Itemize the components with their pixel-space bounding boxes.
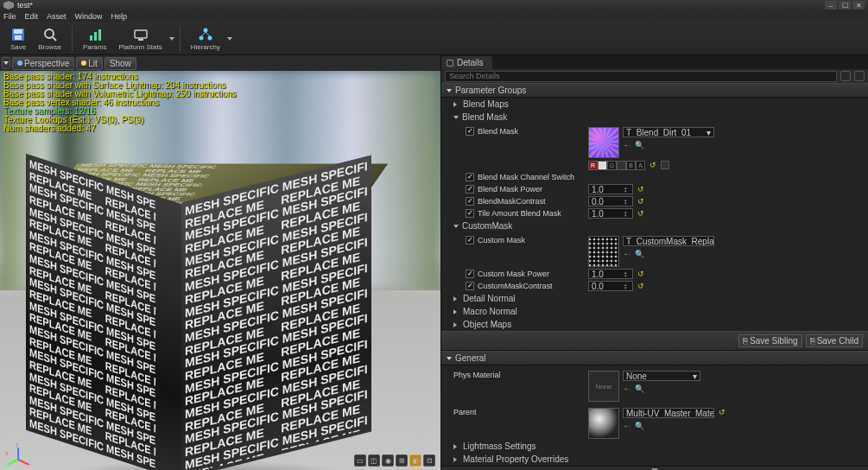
search-filter-button[interactable] — [854, 71, 865, 81]
details-tab[interactable]: Details — [441, 56, 492, 69]
blend-mask-texture-combo[interactable]: T_Blend_Dirt_01▾ — [623, 127, 714, 137]
channel-b[interactable]: B — [626, 161, 636, 170]
reset-icon[interactable]: ↺ — [637, 197, 645, 206]
channel-white[interactable] — [598, 161, 607, 170]
minimize-button[interactable]: – — [825, 1, 837, 10]
menu-edit[interactable]: Edit — [25, 12, 39, 21]
svg-line-13 — [201, 32, 206, 36]
hierarchy-button[interactable]: Hierarchy — [186, 23, 225, 54]
browse-asset-icon[interactable]: 🔍 — [635, 384, 643, 393]
viewport-3d[interactable]: Base pass shader: 174 instructions Base … — [0, 71, 440, 470]
blend-mask-texture-thumb[interactable] — [588, 127, 619, 158]
show-button[interactable]: Show — [105, 57, 136, 70]
reset-channel-icon[interactable]: ↺ — [649, 161, 657, 169]
channel-g[interactable]: G — [607, 161, 617, 170]
vp-btn-5[interactable]: ◐ — [409, 454, 421, 467]
section-general[interactable]: General — [441, 351, 868, 365]
parent-material-thumb[interactable] — [588, 408, 619, 439]
save-child-button[interactable]: ⎘Save Child — [806, 334, 863, 347]
params-icon — [87, 27, 103, 42]
custom-mask-label: Custom Mask — [478, 236, 525, 245]
save-button[interactable]: Save — [5, 23, 31, 54]
sub-material-override[interactable]: Material Property Overrides — [441, 453, 868, 466]
reset-icon[interactable]: ↺ — [637, 209, 645, 218]
custom-mask-power-chk[interactable] — [466, 270, 474, 278]
custom-mask-texture-thumb[interactable] — [588, 236, 619, 267]
section-parameter-groups[interactable]: Parameter Groups — [441, 83, 868, 98]
platform-stats-button[interactable]: Platform Stats — [113, 23, 167, 54]
reset-icon[interactable]: ↺ — [637, 270, 645, 278]
browse-button[interactable]: Browse — [33, 23, 67, 54]
search-options-button[interactable] — [840, 71, 851, 81]
menu-help[interactable]: Help — [111, 12, 128, 21]
use-selected-icon[interactable]: ← — [623, 384, 631, 393]
custom-mask-contrast-field[interactable]: 0.0▴▾ — [588, 281, 633, 291]
viewport-footer: ▭ ◫ ◉ ⊞ ◐ ⊡ — [354, 454, 435, 467]
save-sibling-button[interactable]: ⎘Save Sibling — [738, 334, 802, 347]
channel-extra[interactable] — [661, 161, 669, 169]
sub-detail-normal[interactable]: Detail Normal — [441, 292, 868, 305]
svg-line-4 — [53, 37, 56, 41]
sub-custom-mask[interactable]: CustomMask — [441, 219, 868, 232]
sub-macro-normal[interactable]: Macro Normal — [441, 305, 868, 318]
reset-parent-icon[interactable]: ↺ — [718, 408, 726, 416]
blend-mask-channel-switch-chk[interactable] — [466, 173, 474, 181]
svg-rect-7 — [98, 29, 101, 41]
menu-window[interactable]: Window — [75, 12, 103, 21]
perspective-button[interactable]: Perspective — [12, 57, 74, 70]
blend-mask-power-chk[interactable] — [466, 185, 474, 194]
vp-btn-3[interactable]: ◉ — [382, 454, 394, 467]
axis-gizmo: x y z — [7, 437, 33, 463]
phys-material-combo[interactable]: None▾ — [623, 371, 700, 381]
vp-btn-4[interactable]: ⊞ — [396, 454, 408, 467]
blend-mask-label: Blend Mask — [478, 127, 518, 136]
browse-asset-icon[interactable]: 🔍 — [635, 422, 643, 430]
use-selected-icon[interactable]: ← — [623, 250, 631, 258]
blend-mask-contrast-chk[interactable] — [466, 197, 474, 206]
lit-button[interactable]: Lit — [76, 57, 103, 70]
reset-icon[interactable]: ↺ — [637, 282, 645, 290]
custom-mask-texture-combo[interactable]: T_CustomMask_ReplaceMe▾ — [623, 236, 714, 246]
custom-mask-contrast-chk[interactable] — [466, 282, 474, 290]
viewport-options-button[interactable] — [2, 57, 10, 69]
platform-stats-dropdown-icon[interactable] — [169, 37, 174, 41]
tile-amount-field[interactable]: 1.0▴▾ — [588, 208, 633, 219]
hierarchy-dropdown-icon[interactable] — [227, 37, 232, 41]
expand-general-button[interactable] — [441, 466, 868, 470]
sub-blend-mask[interactable]: Blend Mask — [441, 111, 868, 124]
menu-file[interactable]: File — [3, 12, 16, 21]
vp-btn-2[interactable]: ◫ — [368, 454, 380, 467]
phys-material-thumb[interactable]: None — [588, 371, 619, 402]
blend-mask-checkbox[interactable] — [466, 127, 474, 136]
channel-r[interactable]: R — [588, 161, 598, 170]
vp-btn-1[interactable]: ▭ — [354, 454, 366, 467]
tile-amount-chk[interactable] — [466, 209, 474, 218]
use-selected-icon[interactable]: ← — [623, 422, 631, 430]
maximize-button[interactable]: ☐ — [839, 1, 851, 10]
svg-point-10 — [203, 28, 207, 32]
close-button[interactable]: ✕ — [852, 1, 865, 10]
blend-mask-power-field[interactable]: 1.0▴▾ — [588, 184, 633, 194]
svg-rect-5 — [90, 35, 92, 41]
browse-asset-icon[interactable]: 🔍 — [635, 250, 643, 258]
sub-object-maps[interactable]: Object Maps — [441, 318, 868, 331]
search-details-input[interactable] — [445, 71, 837, 82]
custom-mask-power-label: Custom Mask Power — [478, 270, 549, 278]
channel-a[interactable]: A — [636, 161, 645, 170]
vp-btn-6[interactable]: ⊡ — [423, 454, 435, 467]
details-pane: Details Parameter Groups Blend Maps Blen… — [440, 55, 868, 470]
menu-asset[interactable]: Asset — [47, 12, 67, 21]
perspective-icon — [17, 60, 22, 66]
phys-material-label: Phys Material — [453, 371, 501, 379]
sub-blend-maps[interactable]: Blend Maps — [441, 98, 868, 111]
use-selected-icon[interactable]: ← — [623, 141, 631, 149]
browse-asset-icon[interactable]: 🔍 — [635, 141, 643, 149]
custom-mask-chk[interactable] — [466, 236, 474, 245]
reset-icon[interactable]: ↺ — [637, 185, 645, 194]
menu-bar: File Edit Asset Window Help — [0, 10, 868, 22]
parent-material-combo[interactable]: Multi-UV_Master_Material_RMA▾ — [623, 408, 714, 418]
params-button[interactable]: Params — [78, 23, 112, 54]
custom-mask-power-field[interactable]: 1.0▴▾ — [588, 269, 633, 279]
sub-lightmass[interactable]: Lightmass Settings — [441, 440, 868, 453]
blend-mask-contrast-field[interactable]: 0.0▴▾ — [588, 196, 633, 206]
